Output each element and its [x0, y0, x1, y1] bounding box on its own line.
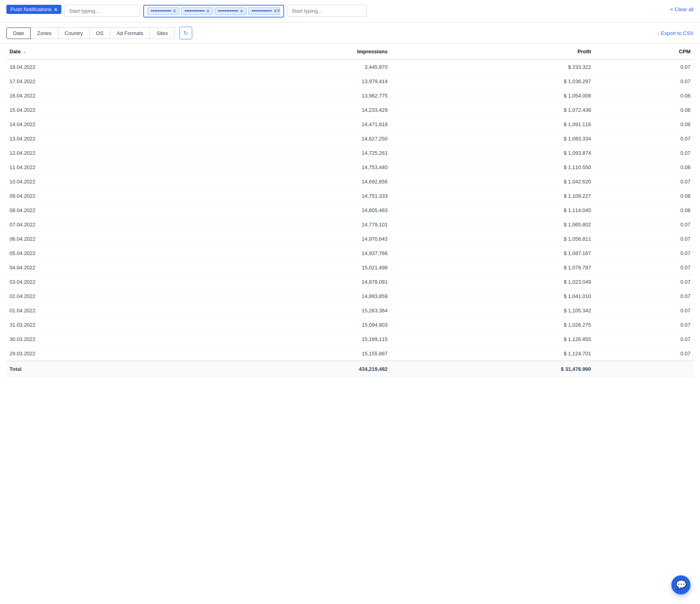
- cell-date: 01.04.2022: [6, 304, 186, 318]
- cell-date: 07.04.2022: [6, 218, 186, 232]
- multi-tag-3-close[interactable]: ×: [240, 8, 243, 14]
- cell-impressions: 15,094,803: [186, 318, 391, 332]
- cell-impressions: 15,155,887: [186, 347, 391, 361]
- multi-tag-1-close[interactable]: ×: [173, 8, 176, 14]
- cell-cpm: 0.07: [594, 146, 694, 160]
- tab-date[interactable]: Date: [6, 27, 31, 39]
- cell-date: 03.04.2022: [6, 275, 186, 289]
- footer-cpm: [594, 361, 694, 377]
- table-row: 06.04.2022 14,970,643 $ 1,056.811 0.07: [6, 232, 694, 246]
- table-row: 04.04.2022 15,021,498 $ 1,079.787 0.07: [6, 261, 694, 275]
- table-row: 12.04.2022 14,725,261 $ 1,093.874 0.07: [6, 146, 694, 160]
- cell-impressions: 15,021,498: [186, 261, 391, 275]
- cell-cpm: 0.07: [594, 232, 694, 246]
- cell-impressions: 14,233,429: [186, 103, 391, 117]
- refresh-button[interactable]: ↻: [179, 27, 192, 39]
- cell-profit: $ 1,110.550: [391, 160, 594, 175]
- col-header-cpm: CPM: [594, 44, 694, 60]
- cell-cpm: 0.07: [594, 275, 694, 289]
- cell-cpm: 0.08: [594, 160, 694, 175]
- cell-impressions: 14,937,766: [186, 246, 391, 261]
- cell-date: 06.04.2022: [6, 232, 186, 246]
- cell-date: 04.04.2022: [6, 261, 186, 275]
- cell-date: 12.04.2022: [6, 146, 186, 160]
- multi-tag-2-close[interactable]: ×: [207, 8, 209, 14]
- cell-cpm: 0.07: [594, 318, 694, 332]
- cell-cpm: 0.07: [594, 218, 694, 232]
- cell-impressions: 3,445,870: [186, 60, 391, 74]
- cell-cpm: 0.08: [594, 117, 694, 132]
- table-row: 08.04.2022 14,805,483 $ 1,114.045 0.08: [6, 203, 694, 218]
- table-row: 07.04.2022 14,779,101 $ 1,065.802 0.07: [6, 218, 694, 232]
- cell-profit: $ 1,126.855: [391, 332, 594, 347]
- cell-profit: $ 1,109.227: [391, 189, 594, 203]
- cell-profit: $ 1,036.297: [391, 74, 594, 89]
- tab-ad-formats[interactable]: Ad Formats: [110, 27, 150, 39]
- cell-profit: $ 1,105.342: [391, 304, 594, 318]
- table-row: 30.03.2022 15,189,115 $ 1,126.855 0.07: [6, 332, 694, 347]
- cell-date: 11.04.2022: [6, 160, 186, 175]
- cell-profit: $ 1,124.701: [391, 347, 594, 361]
- filters-row: Push Notifications × •••••••••••• × ••••…: [0, 0, 700, 23]
- multi-select-close[interactable]: ×: [277, 7, 280, 14]
- multi-tag-3[interactable]: •••••••••••• ×: [214, 7, 246, 15]
- filter-input-1[interactable]: [64, 5, 140, 17]
- tab-zones[interactable]: Zones: [30, 27, 58, 39]
- cell-cpm: 0.07: [594, 332, 694, 347]
- tab-os[interactable]: OS: [89, 27, 110, 39]
- cell-date: 18.04.2022: [6, 60, 186, 74]
- cell-date: 08.04.2022: [6, 203, 186, 218]
- cell-impressions: 14,805,483: [186, 203, 391, 218]
- cell-profit: $ 1,114.045: [391, 203, 594, 218]
- multi-tag-1[interactable]: •••••••••••• ×: [147, 7, 179, 15]
- col-header-profit: Profit: [391, 44, 594, 60]
- cell-profit: $ 1,042.620: [391, 175, 594, 189]
- push-notifications-close[interactable]: ×: [54, 7, 57, 12]
- cell-cpm: 0.07: [594, 304, 694, 318]
- clear-all-button[interactable]: × Clear all: [670, 5, 694, 12]
- cell-impressions: 14,725,261: [186, 146, 391, 160]
- table-row: 15.04.2022 14,233,429 $ 1,072.436 0.08: [6, 103, 694, 117]
- push-notifications-tag[interactable]: Push Notifications ×: [6, 5, 61, 14]
- cell-impressions: 14,993,859: [186, 289, 391, 304]
- cell-profit: $ 1,065.802: [391, 218, 594, 232]
- push-notifications-label: Push Notifications: [10, 6, 52, 12]
- cell-cpm: 0.07: [594, 60, 694, 74]
- table-row: 11.04.2022 14,753,440 $ 1,110.550 0.08: [6, 160, 694, 175]
- cell-date: 30.03.2022: [6, 332, 186, 347]
- cell-date: 05.04.2022: [6, 246, 186, 261]
- table-row: 09.04.2022 14,751,333 $ 1,109.227 0.08: [6, 189, 694, 203]
- multi-tag-4[interactable]: •••••••••••• ×: [248, 7, 280, 15]
- table-row: 29.03.2022 15,155,887 $ 1,124.701 0.07: [6, 347, 694, 361]
- cell-profit: $ 1,091.116: [391, 117, 594, 132]
- cell-cpm: 0.07: [594, 261, 694, 275]
- cell-cpm: 0.07: [594, 175, 694, 189]
- export-csv-button[interactable]: ↓ Export to CSV: [657, 30, 694, 36]
- tab-country[interactable]: Country: [58, 27, 90, 39]
- cell-profit: $ 1,026.275: [391, 318, 594, 332]
- table-row: 17.04.2022 13,979,414 $ 1,036.297 0.07: [6, 74, 694, 89]
- table-row: 01.04.2022 15,263,364 $ 1,105.342 0.07: [6, 304, 694, 318]
- table-row: 05.04.2022 14,937,766 $ 1,087.167 0.07: [6, 246, 694, 261]
- multi-tag-2[interactable]: •••••••••••• ×: [181, 7, 213, 15]
- table-row: 10.04.2022 14,692,856 $ 1,042.620 0.07: [6, 175, 694, 189]
- cell-cpm: 0.08: [594, 103, 694, 117]
- cell-date: 31.03.2022: [6, 318, 186, 332]
- cell-date: 16.04.2022: [6, 89, 186, 103]
- cell-impressions: 14,970,643: [186, 232, 391, 246]
- tab-sites[interactable]: Sites: [150, 27, 175, 39]
- sort-arrow-date: ↓: [24, 50, 26, 54]
- cell-cpm: 0.07: [594, 347, 694, 361]
- table-footer-row: Total 434,219,482 $ 31,476.990: [6, 361, 694, 377]
- filter-input-2[interactable]: [287, 5, 367, 17]
- cell-profit: $ 1,087.167: [391, 246, 594, 261]
- cell-impressions: 14,878,091: [186, 275, 391, 289]
- cell-profit: $ 1,023.049: [391, 275, 594, 289]
- footer-label: Total: [6, 361, 186, 377]
- refresh-icon: ↻: [183, 30, 188, 36]
- cell-impressions: 14,692,856: [186, 175, 391, 189]
- cell-profit: $ 1,072.436: [391, 103, 594, 117]
- col-header-impressions: Impressions: [186, 44, 391, 60]
- cell-date: 02.04.2022: [6, 289, 186, 304]
- col-header-date[interactable]: Date ↓: [6, 44, 186, 60]
